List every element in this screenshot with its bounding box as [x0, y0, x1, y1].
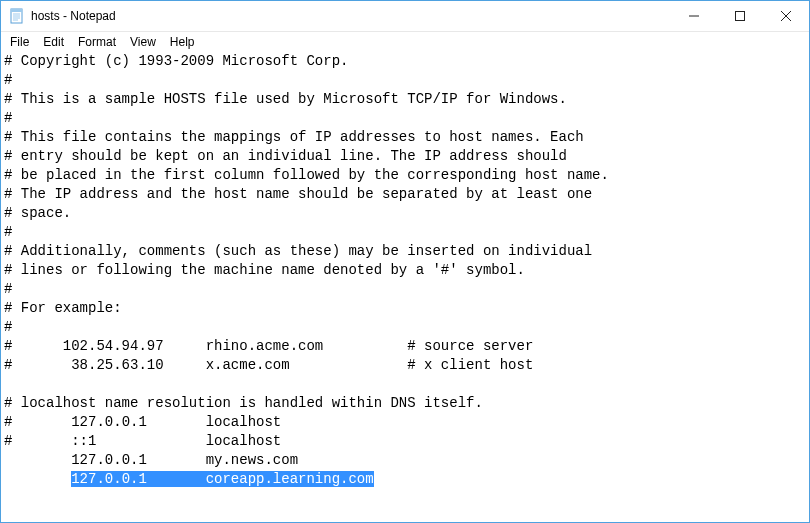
text-selection[interactable]: 127.0.0.1 coreapp.learning.com [71, 471, 373, 487]
svg-rect-1 [11, 9, 22, 12]
text-line[interactable]: # [4, 110, 12, 126]
maximize-button[interactable] [717, 1, 763, 31]
menu-file[interactable]: File [3, 34, 36, 50]
text-line[interactable]: # This file contains the mappings of IP … [4, 129, 584, 145]
app-window: hosts - Notepad File Edit Format View He… [0, 0, 810, 523]
text-line[interactable]: 127.0.0.1 my.news.com [4, 452, 298, 468]
text-line[interactable]: # be placed in the first column followed… [4, 167, 609, 183]
text-line[interactable]: # space. [4, 205, 71, 221]
text-line[interactable]: # 38.25.63.10 x.acme.com # x client host [4, 357, 533, 373]
text-line[interactable]: # This is a sample HOSTS file used by Mi… [4, 91, 567, 107]
titlebar[interactable]: hosts - Notepad [1, 1, 809, 32]
menu-edit[interactable]: Edit [36, 34, 71, 50]
svg-rect-7 [736, 12, 745, 21]
text-line[interactable]: # localhost name resolution is handled w… [4, 395, 483, 411]
text-line[interactable]: # 102.54.94.97 rhino.acme.com # source s… [4, 338, 533, 354]
close-button[interactable] [763, 1, 809, 31]
text-line[interactable]: # 127.0.0.1 localhost [4, 414, 281, 430]
menubar: File Edit Format View Help [1, 32, 809, 52]
text-line[interactable]: # Additionally, comments (such as these)… [4, 243, 592, 259]
text-line[interactable]: # [4, 72, 12, 88]
text-line[interactable]: # entry should be kept on an individual … [4, 148, 567, 164]
text-line[interactable]: # lines or following the machine name de… [4, 262, 525, 278]
window-title: hosts - Notepad [31, 9, 116, 23]
text-line[interactable]: # ::1 localhost [4, 433, 281, 449]
text-line[interactable]: # The IP address and the host name shoul… [4, 186, 592, 202]
text-line[interactable]: # [4, 281, 12, 297]
minimize-button[interactable] [671, 1, 717, 31]
menu-view[interactable]: View [123, 34, 163, 50]
text-line[interactable]: # [4, 319, 12, 335]
menu-help[interactable]: Help [163, 34, 202, 50]
text-line[interactable]: # For example: [4, 300, 122, 316]
notepad-icon [9, 8, 25, 24]
text-editor[interactable]: # Copyright (c) 1993-2009 Microsoft Corp… [1, 52, 809, 522]
editor-content[interactable]: # Copyright (c) 1993-2009 Microsoft Corp… [1, 52, 809, 491]
text-line[interactable]: # Copyright (c) 1993-2009 Microsoft Corp… [4, 53, 348, 69]
menu-format[interactable]: Format [71, 34, 123, 50]
text-line-prefix[interactable] [4, 471, 71, 487]
text-line[interactable]: # [4, 224, 12, 240]
